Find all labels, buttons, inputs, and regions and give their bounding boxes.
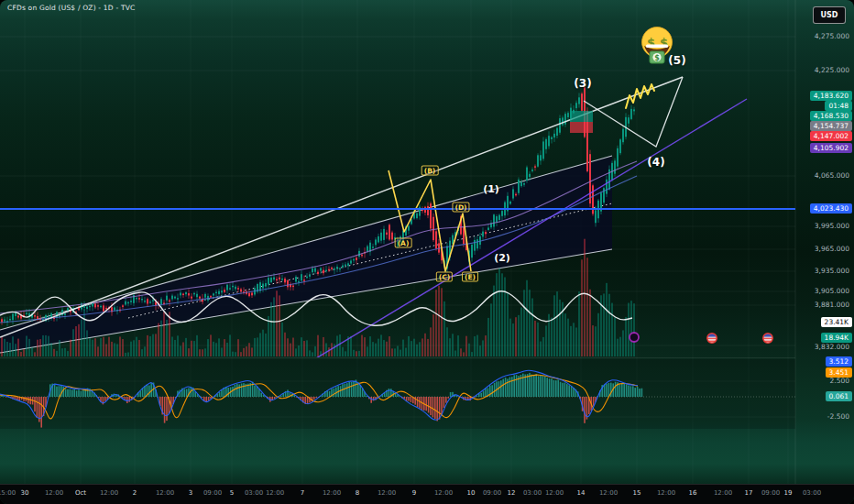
price-badge: 4,168.530 bbox=[810, 111, 852, 121]
time-label: 19 bbox=[784, 489, 793, 497]
yellow-squiggle-annotation bbox=[626, 84, 654, 108]
time-label: 12:00 bbox=[156, 489, 174, 497]
time-label: 09:00 bbox=[203, 489, 222, 497]
time-label: 12 bbox=[508, 489, 516, 497]
wave-label[interactable]: (1) bbox=[483, 183, 499, 195]
wave-label[interactable]: (4) bbox=[647, 156, 664, 169]
time-label: 2 bbox=[133, 489, 137, 497]
time-label: 12:00 bbox=[378, 489, 396, 497]
chart-canvas[interactable]: $$$ bbox=[0, 0, 854, 504]
us-flag-event-icon[interactable] bbox=[763, 334, 772, 343]
price-badge: 4,105.902 bbox=[810, 143, 852, 153]
price-badge: 4,147.002 bbox=[810, 131, 852, 141]
time-label: 15 bbox=[633, 489, 641, 497]
axis-price-label: 3,995.000 bbox=[815, 223, 849, 230]
wave-label[interactable]: (C) bbox=[436, 272, 453, 282]
time-label: 09:00 bbox=[483, 489, 501, 497]
time-label: 3 bbox=[189, 489, 192, 497]
wave-label[interactable]: (A) bbox=[395, 238, 412, 248]
axis-price-label: 4,225.000 bbox=[815, 67, 849, 74]
macd-panel bbox=[0, 359, 795, 429]
axis-price-label: 3,832.000 bbox=[815, 344, 849, 351]
position-box-profit bbox=[570, 111, 593, 122]
price-badge: 23.41K bbox=[821, 317, 852, 327]
time-label: 12:00 bbox=[599, 489, 618, 497]
axis-price-label: 3,935.000 bbox=[815, 268, 849, 275]
price-badge: 4,023.430 bbox=[810, 203, 852, 214]
position-box-loss bbox=[570, 122, 593, 133]
currency-toggle-button[interactable]: USD bbox=[813, 6, 846, 24]
time-label: 12:00 bbox=[657, 489, 675, 497]
time-label: 12:00 bbox=[714, 489, 732, 497]
purple-event-icon[interactable] bbox=[630, 333, 639, 342]
parallel-channel bbox=[0, 156, 612, 353]
time-label: 10 bbox=[467, 489, 476, 497]
time-label: 8 bbox=[356, 489, 359, 497]
axis-price-label: 4,065.000 bbox=[815, 172, 849, 180]
us-flag-event-icon[interactable] bbox=[707, 334, 717, 343]
time-label: Oct bbox=[75, 489, 86, 497]
time-label: 7 bbox=[301, 489, 304, 497]
time-label: 9 bbox=[412, 489, 416, 497]
tradingview-chart-window: $$$ CFDs on Gold (US$ / OZ) - 1D - TVC U… bbox=[0, 0, 854, 504]
time-label: 09:00 bbox=[761, 489, 780, 497]
time-label: 03:00 bbox=[245, 489, 263, 497]
wave-label[interactable]: (5) bbox=[668, 54, 685, 67]
axis-price-label: 2.500 bbox=[830, 378, 849, 385]
wave-label[interactable]: (D) bbox=[452, 203, 469, 213]
price-badge: 18.94K bbox=[821, 333, 852, 343]
time-label: 03:00 bbox=[523, 489, 542, 497]
wave-label[interactable]: (2) bbox=[494, 252, 510, 264]
time-label: 17 bbox=[745, 489, 753, 497]
price-badge: 01:48 bbox=[825, 101, 852, 111]
wave-345-projection bbox=[584, 77, 683, 147]
svg-text:$: $ bbox=[654, 54, 660, 62]
time-label: 14 bbox=[577, 489, 586, 497]
time-label: 12:00 bbox=[100, 489, 118, 497]
axis-price-label: 3,965.000 bbox=[815, 246, 849, 253]
price-panel bbox=[0, 85, 747, 367]
time-label: 15:00 bbox=[0, 489, 16, 497]
time-label: 5 bbox=[230, 489, 234, 497]
axis-price-label: -2.500 bbox=[827, 413, 849, 421]
wave-label[interactable]: (E) bbox=[462, 272, 478, 282]
symbol-title[interactable]: CFDs on Gold (US$ / OZ) - 1D - TVC bbox=[7, 4, 135, 12]
time-label: 12:00 bbox=[323, 489, 341, 497]
wave-label[interactable]: (B) bbox=[422, 166, 439, 176]
time-label: 12:00 bbox=[266, 489, 284, 497]
price-badge: 3.451 bbox=[826, 367, 852, 378]
wave-label[interactable]: (3) bbox=[574, 77, 591, 90]
axis-price-label: 4,275.000 bbox=[815, 33, 849, 40]
price-badge: 4,183.620 bbox=[810, 91, 852, 101]
time-label: 30 bbox=[21, 489, 29, 497]
time-label: 12:00 bbox=[545, 489, 564, 497]
time-label: 12:00 bbox=[45, 489, 63, 497]
time-label: 12:00 bbox=[434, 489, 453, 497]
time-label: 03:00 bbox=[803, 489, 821, 497]
time-label: 16 bbox=[689, 489, 697, 497]
axis-price-label: 3,905.000 bbox=[815, 288, 849, 295]
price-badge: 0.061 bbox=[826, 391, 852, 401]
price-badge: 4,154.737 bbox=[810, 121, 852, 131]
axis-price-label: 3,881.000 bbox=[815, 301, 849, 309]
price-badge: 3.512 bbox=[826, 356, 852, 367]
